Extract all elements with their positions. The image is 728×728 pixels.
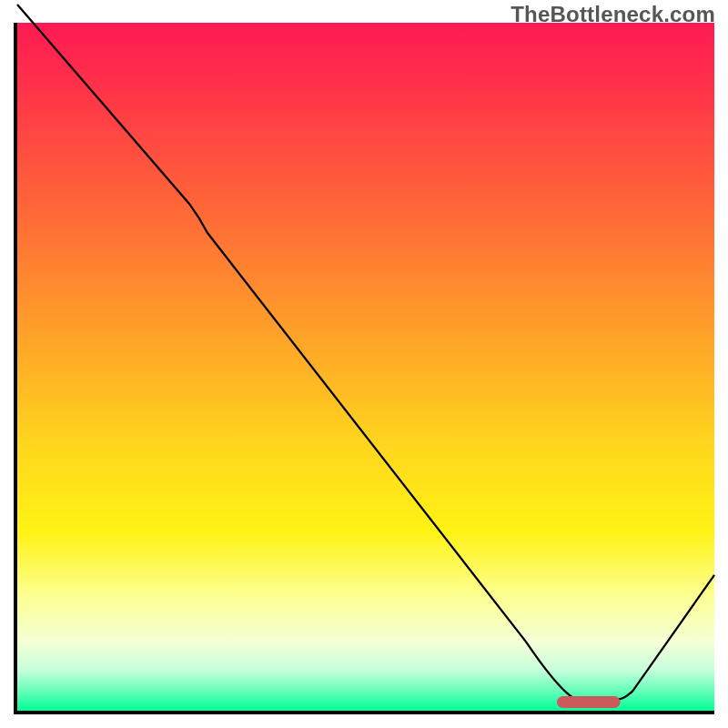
plot-area: [14, 23, 714, 714]
curve-svg: [17, 23, 714, 711]
optimal-range-marker: [557, 696, 621, 708]
chart-stage: TheBottleneck.com: [0, 0, 728, 728]
bottleneck-curve: [17, 5, 714, 700]
